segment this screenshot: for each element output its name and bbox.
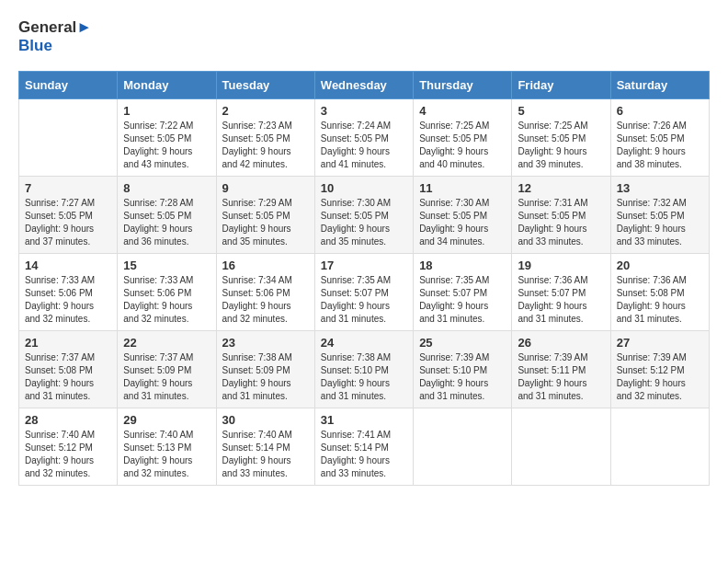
day-info: Sunrise: 7:39 AM Sunset: 5:11 PM Dayligh…: [518, 351, 604, 403]
calendar-week-row: 14Sunrise: 7:33 AM Sunset: 5:06 PM Dayli…: [19, 253, 710, 330]
calendar-cell: 4Sunrise: 7:25 AM Sunset: 5:05 PM Daylig…: [414, 98, 512, 176]
day-info: Sunrise: 7:39 AM Sunset: 5:10 PM Dayligh…: [419, 351, 506, 403]
column-header-tuesday: Tuesday: [216, 71, 314, 98]
day-number: 1: [123, 104, 210, 118]
calendar-cell: 9Sunrise: 7:29 AM Sunset: 5:05 PM Daylig…: [216, 176, 314, 253]
day-info: Sunrise: 7:37 AM Sunset: 5:09 PM Dayligh…: [123, 351, 210, 403]
calendar-cell: 25Sunrise: 7:39 AM Sunset: 5:10 PM Dayli…: [414, 330, 512, 408]
day-number: 3: [321, 104, 407, 118]
day-number: 8: [123, 181, 210, 195]
day-number: 5: [518, 104, 604, 118]
calendar-cell: 13Sunrise: 7:32 AM Sunset: 5:05 PM Dayli…: [610, 176, 709, 253]
calendar-week-row: 28Sunrise: 7:40 AM Sunset: 5:12 PM Dayli…: [19, 408, 710, 485]
calendar-cell: [414, 408, 512, 485]
day-info: Sunrise: 7:30 AM Sunset: 5:05 PM Dayligh…: [419, 197, 506, 248]
day-number: 18: [419, 259, 506, 272]
day-info: Sunrise: 7:41 AM Sunset: 5:14 PM Dayligh…: [321, 429, 407, 480]
day-info: Sunrise: 7:39 AM Sunset: 5:12 PM Dayligh…: [617, 351, 703, 403]
day-number: 10: [321, 181, 407, 195]
day-number: 30: [222, 413, 309, 427]
day-info: Sunrise: 7:31 AM Sunset: 5:05 PM Dayligh…: [518, 197, 604, 248]
day-info: Sunrise: 7:28 AM Sunset: 5:05 PM Dayligh…: [123, 197, 210, 248]
day-number: 29: [123, 413, 210, 427]
day-number: 27: [617, 336, 703, 350]
calendar-cell: 7Sunrise: 7:27 AM Sunset: 5:05 PM Daylig…: [19, 176, 118, 253]
day-number: 21: [25, 336, 111, 350]
day-number: 12: [518, 181, 604, 195]
day-number: 9: [222, 181, 309, 195]
calendar-cell: 14Sunrise: 7:33 AM Sunset: 5:06 PM Dayli…: [19, 253, 118, 330]
day-info: Sunrise: 7:25 AM Sunset: 5:05 PM Dayligh…: [518, 120, 604, 171]
calendar-week-row: 1Sunrise: 7:22 AM Sunset: 5:05 PM Daylig…: [19, 98, 710, 176]
calendar-week-row: 21Sunrise: 7:37 AM Sunset: 5:08 PM Dayli…: [19, 330, 710, 408]
calendar-cell: 31Sunrise: 7:41 AM Sunset: 5:14 PM Dayli…: [314, 408, 413, 485]
calendar-cell: [19, 98, 118, 176]
column-header-monday: Monday: [118, 71, 216, 98]
day-number: 4: [419, 104, 506, 118]
day-number: 22: [123, 336, 210, 350]
column-header-saturday: Saturday: [610, 71, 709, 98]
calendar-cell: 20Sunrise: 7:36 AM Sunset: 5:08 PM Dayli…: [610, 253, 709, 330]
page-header: General► Blue: [18, 18, 710, 56]
calendar-cell: 22Sunrise: 7:37 AM Sunset: 5:09 PM Dayli…: [118, 330, 216, 408]
logo-line1: General►: [18, 18, 92, 37]
calendar-cell: 3Sunrise: 7:24 AM Sunset: 5:05 PM Daylig…: [314, 98, 413, 176]
calendar-cell: 18Sunrise: 7:35 AM Sunset: 5:07 PM Dayli…: [414, 253, 512, 330]
calendar-cell: 21Sunrise: 7:37 AM Sunset: 5:08 PM Dayli…: [19, 330, 118, 408]
calendar-cell: 24Sunrise: 7:38 AM Sunset: 5:10 PM Dayli…: [314, 330, 413, 408]
calendar-cell: 16Sunrise: 7:34 AM Sunset: 5:06 PM Dayli…: [216, 253, 314, 330]
calendar-week-row: 7Sunrise: 7:27 AM Sunset: 5:05 PM Daylig…: [19, 176, 710, 253]
day-info: Sunrise: 7:27 AM Sunset: 5:05 PM Dayligh…: [25, 197, 111, 248]
column-header-thursday: Thursday: [414, 71, 512, 98]
calendar-cell: 12Sunrise: 7:31 AM Sunset: 5:05 PM Dayli…: [512, 176, 610, 253]
day-number: 11: [419, 181, 506, 195]
day-number: 24: [321, 336, 407, 350]
day-info: Sunrise: 7:25 AM Sunset: 5:05 PM Dayligh…: [419, 120, 506, 171]
day-number: 28: [25, 413, 111, 427]
day-info: Sunrise: 7:36 AM Sunset: 5:07 PM Dayligh…: [518, 274, 604, 326]
calendar-cell: 15Sunrise: 7:33 AM Sunset: 5:06 PM Dayli…: [118, 253, 216, 330]
calendar-cell: 30Sunrise: 7:40 AM Sunset: 5:14 PM Dayli…: [216, 408, 314, 485]
day-info: Sunrise: 7:29 AM Sunset: 5:05 PM Dayligh…: [222, 197, 309, 248]
calendar-cell: 29Sunrise: 7:40 AM Sunset: 5:13 PM Dayli…: [118, 408, 216, 485]
day-info: Sunrise: 7:37 AM Sunset: 5:08 PM Dayligh…: [25, 351, 111, 403]
calendar-cell: 27Sunrise: 7:39 AM Sunset: 5:12 PM Dayli…: [610, 330, 709, 408]
calendar-cell: 5Sunrise: 7:25 AM Sunset: 5:05 PM Daylig…: [512, 98, 610, 176]
day-number: 19: [518, 259, 604, 272]
logo-text: General► Blue: [18, 18, 92, 56]
calendar-cell: 10Sunrise: 7:30 AM Sunset: 5:05 PM Dayli…: [314, 176, 413, 253]
day-number: 2: [222, 104, 309, 118]
calendar-cell: 2Sunrise: 7:23 AM Sunset: 5:05 PM Daylig…: [216, 98, 314, 176]
day-info: Sunrise: 7:33 AM Sunset: 5:06 PM Dayligh…: [25, 274, 111, 326]
day-info: Sunrise: 7:35 AM Sunset: 5:07 PM Dayligh…: [321, 274, 407, 326]
day-number: 23: [222, 336, 309, 350]
calendar-cell: 23Sunrise: 7:38 AM Sunset: 5:09 PM Dayli…: [216, 330, 314, 408]
day-info: Sunrise: 7:40 AM Sunset: 5:14 PM Dayligh…: [222, 429, 309, 480]
day-number: 13: [617, 181, 703, 195]
column-header-wednesday: Wednesday: [314, 71, 413, 98]
calendar-cell: 17Sunrise: 7:35 AM Sunset: 5:07 PM Dayli…: [314, 253, 413, 330]
day-number: 17: [321, 259, 407, 272]
calendar-cell: 6Sunrise: 7:26 AM Sunset: 5:05 PM Daylig…: [610, 98, 709, 176]
day-info: Sunrise: 7:40 AM Sunset: 5:12 PM Dayligh…: [25, 429, 111, 480]
calendar-cell: 8Sunrise: 7:28 AM Sunset: 5:05 PM Daylig…: [118, 176, 216, 253]
day-info: Sunrise: 7:23 AM Sunset: 5:05 PM Dayligh…: [222, 120, 309, 171]
calendar-cell: [512, 408, 610, 485]
day-info: Sunrise: 7:38 AM Sunset: 5:10 PM Dayligh…: [321, 351, 407, 403]
calendar-cell: 28Sunrise: 7:40 AM Sunset: 5:12 PM Dayli…: [19, 408, 118, 485]
day-info: Sunrise: 7:22 AM Sunset: 5:05 PM Dayligh…: [123, 120, 210, 171]
day-number: 16: [222, 259, 309, 272]
day-info: Sunrise: 7:34 AM Sunset: 5:06 PM Dayligh…: [222, 274, 309, 326]
day-number: 25: [419, 336, 506, 350]
logo: General► Blue: [18, 18, 92, 56]
calendar-cell: 26Sunrise: 7:39 AM Sunset: 5:11 PM Dayli…: [512, 330, 610, 408]
day-info: Sunrise: 7:36 AM Sunset: 5:08 PM Dayligh…: [617, 274, 703, 326]
calendar-cell: 1Sunrise: 7:22 AM Sunset: 5:05 PM Daylig…: [118, 98, 216, 176]
day-number: 14: [25, 259, 111, 272]
day-number: 26: [518, 336, 604, 350]
day-info: Sunrise: 7:33 AM Sunset: 5:06 PM Dayligh…: [123, 274, 210, 326]
calendar-table: SundayMondayTuesdayWednesdayThursdayFrid…: [18, 71, 710, 486]
day-info: Sunrise: 7:24 AM Sunset: 5:05 PM Dayligh…: [321, 120, 407, 171]
calendar-cell: 19Sunrise: 7:36 AM Sunset: 5:07 PM Dayli…: [512, 253, 610, 330]
day-number: 7: [25, 181, 111, 195]
